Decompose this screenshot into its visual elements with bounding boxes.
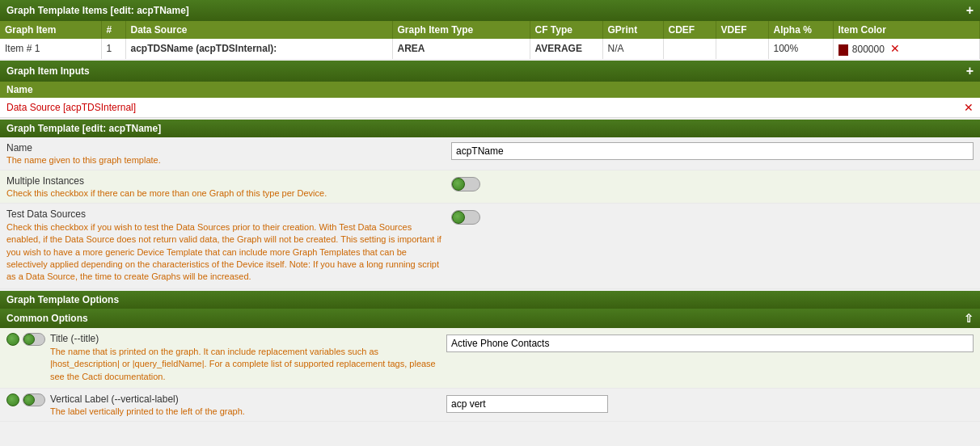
graph-item-inputs-title: Graph Item Inputs: [6, 65, 90, 77]
datasource-label: Data Source [acpTDSInternal]: [6, 102, 136, 113]
multiple-instances-toggle[interactable]: [451, 177, 480, 191]
common-options-header: Common Options ⇧: [0, 309, 980, 328]
col-cdef: CDEF: [663, 21, 716, 39]
multiple-instances-toggle-container: [451, 177, 974, 191]
datasource-row: Data Source [acpTDSInternal] ✕: [0, 98, 980, 118]
graph-items-table: Graph Item # Data Source Graph Item Type…: [0, 21, 980, 59]
delete-datasource-button[interactable]: ✕: [964, 101, 974, 114]
test-data-sources-toggle[interactable]: [451, 210, 480, 225]
graph-template-items-header: Graph Template Items [edit: acpTName] +: [0, 0, 980, 21]
color-value: 800000: [852, 44, 885, 55]
cell-cf-type: AVERAGE: [530, 39, 602, 59]
title-description: The name that is printed on the graph. I…: [50, 346, 438, 383]
test-data-sources-toggle-container: [451, 210, 974, 225]
graph-template-header: Graph Template [edit: acpTName]: [0, 120, 980, 137]
col-cf-type: CF Type: [530, 21, 602, 39]
multiple-instances-row: Multiple Instances Check this checkbox i…: [0, 170, 980, 204]
color-swatch: [838, 44, 848, 56]
table-row: Item # 1 1 acpTDSName (acpTDSInternal): …: [0, 39, 980, 59]
col-vdef: VDEF: [716, 21, 768, 39]
multiple-instances-label: Multiple Instances: [6, 175, 443, 187]
toggle-knob: [452, 178, 465, 191]
title-label: Title (--title): [50, 333, 438, 344]
col-item-color: Item Color: [833, 21, 980, 39]
cell-graph-item: Item # 1: [0, 39, 101, 59]
multiple-instances-description: Check this checkbox if there can be more…: [6, 188, 443, 198]
graph-template-options-header: Graph Template Options: [0, 291, 980, 309]
name-column-header: Name: [0, 82, 980, 98]
vertical-label-description: The label vertically printed to the left…: [50, 406, 438, 416]
col-alpha: Alpha %: [768, 21, 833, 39]
test-data-sources-row: Test Data Sources Check this checkbox if…: [0, 204, 980, 289]
col-graph-item: Graph Item: [0, 21, 101, 39]
collapse-icon[interactable]: ⇧: [964, 312, 974, 325]
graph-template-title: Graph Template [edit: acpTName]: [6, 123, 161, 134]
cell-cdef: [663, 39, 716, 59]
col-data-source: Data Source: [125, 21, 392, 39]
vertical-label-label: Vertical Label (--vertical-label): [50, 393, 438, 405]
cell-num: 1: [101, 39, 125, 59]
cell-alpha: 100%: [768, 39, 833, 59]
col-gprint: GPrint: [602, 21, 663, 39]
delete-row-button[interactable]: ✕: [890, 42, 900, 55]
vertical-label-enable-indicator: [6, 393, 19, 406]
title-input[interactable]: [446, 334, 974, 352]
name-field-row: Name The name given to this graph templa…: [0, 137, 980, 170]
test-data-sources-description: Check this checkbox if you wish to test …: [6, 221, 443, 284]
cell-item-color: 800000 ✕: [833, 39, 980, 59]
common-options-label: Common Options: [6, 313, 88, 324]
cell-gprint: N/A: [602, 39, 663, 59]
title-enable-indicator: [6, 333, 19, 346]
graph-template-items-title: Graph Template Items [edit: acpTName]: [6, 5, 189, 16]
add-input-button[interactable]: +: [966, 64, 974, 78]
cell-data-source: acpTDSName (acpTDSInternal):: [125, 39, 392, 59]
name-field-label: Name: [6, 142, 443, 154]
add-graph-item-button[interactable]: +: [966, 3, 974, 18]
vertical-label-row: Vertical Label (--vertical-label) The la…: [0, 389, 980, 422]
title-toggle-knob: [23, 334, 35, 345]
title-toggle[interactable]: [23, 333, 45, 346]
vertical-label-input[interactable]: [446, 395, 608, 413]
graph-item-inputs-header: Graph Item Inputs +: [0, 61, 980, 82]
vertical-label-toggle[interactable]: [23, 393, 45, 406]
col-num: #: [101, 21, 125, 39]
toggle-knob-2: [452, 211, 465, 224]
title-field-row: Title (--title) The name that is printed…: [0, 328, 980, 389]
graph-template-options-title: Graph Template Options: [6, 294, 119, 305]
cell-vdef: [716, 39, 768, 59]
test-data-sources-label: Test Data Sources: [6, 208, 443, 220]
col-graph-item-type: Graph Item Type: [392, 21, 530, 39]
title-toggle-prefix: [6, 333, 45, 346]
cell-graph-item-type: AREA: [392, 39, 530, 59]
name-field-description: The name given to this graph template.: [6, 155, 443, 165]
vertical-label-toggle-knob: [23, 394, 35, 406]
name-input[interactable]: [451, 142, 974, 160]
vertical-label-toggle-prefix: [6, 393, 45, 406]
